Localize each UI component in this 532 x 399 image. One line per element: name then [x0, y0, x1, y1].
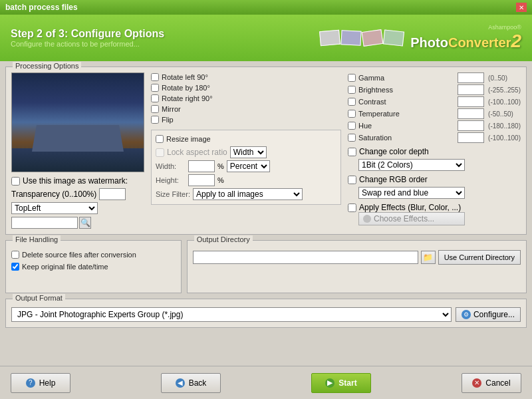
search-button[interactable]: 🔍	[79, 217, 91, 229]
format-select[interactable]: JPG - Joint Photographic Experts Group (…	[11, 307, 452, 322]
effects-btn-row: Choose Effects...	[358, 212, 521, 225]
footer: ? Help ◀ Back ▶ Start ✕ Cancel	[0, 366, 532, 399]
saturation-input[interactable]: 0	[458, 132, 484, 143]
position-select[interactable]: TopLeft	[11, 202, 98, 214]
hue-check-row: Hue	[348, 121, 454, 130]
browse-directory-button[interactable]: 📁	[421, 251, 436, 264]
title-bar: batch process files ✕	[0, 0, 532, 15]
width-dimension-select[interactable]: Width	[230, 146, 267, 158]
brightness-check-row: Brightness	[348, 85, 454, 94]
brightness-input[interactable]: 0	[458, 84, 484, 95]
rotate-180-checkbox[interactable]	[151, 84, 159, 92]
brand-block: Ashampoo® Photo Converter 2	[410, 24, 521, 52]
resize-checkbox[interactable]	[156, 135, 164, 143]
use-current-directory-button[interactable]: Use Current Directory	[438, 250, 521, 265]
hue-input[interactable]: 0	[458, 120, 484, 131]
logo-photos	[320, 31, 404, 45]
hue-checkbox[interactable]	[348, 122, 356, 130]
height-label: Height:	[156, 176, 186, 184]
lock-aspect-checkbox[interactable]	[156, 148, 164, 157]
saturation-label: Saturation	[358, 134, 392, 142]
percent-select[interactable]: Percent	[227, 160, 270, 172]
back-label: Back	[189, 378, 207, 388]
contrast-input[interactable]: 0	[458, 96, 484, 107]
transparency-row: Transparency (0..100%) 100	[11, 188, 144, 200]
configure-button[interactable]: ⚙ Configure...	[456, 307, 521, 322]
saturation-checkbox[interactable]	[348, 134, 356, 142]
preview-image	[11, 72, 144, 172]
transparency-label: Transparency (0..100%)	[11, 190, 96, 199]
options-right: Gamma 10 (0..50) Brightness 0 (-255..255…	[348, 72, 521, 229]
file-path-input[interactable]	[11, 217, 78, 229]
step-subtitle: Configure the actions to be performed...	[11, 40, 164, 48]
output-directory-panel: Output Directory C:\Users\mka\Documents …	[187, 240, 527, 293]
lock-aspect-row: Lock aspect ratio Width	[156, 146, 336, 158]
saturation-range: (-100..100)	[488, 134, 521, 142]
start-button[interactable]: ▶ Start	[311, 373, 371, 393]
choose-effects-button[interactable]: Choose Effects...	[358, 212, 465, 225]
resize-label: Resize image	[166, 135, 211, 143]
start-icon: ▶	[325, 378, 334, 388]
configure-icon: ⚙	[462, 310, 471, 319]
help-button[interactable]: ? Help	[11, 373, 70, 393]
rotate-180-row: Rotate by 180°	[151, 83, 341, 92]
start-label: Start	[338, 378, 356, 388]
flip-label: Flip	[162, 116, 174, 124]
width-pct: %	[217, 162, 224, 170]
effects-circle-icon	[363, 215, 371, 223]
proc-inner: Use this image as watermark: Transparenc…	[11, 72, 521, 229]
preview-bridge	[32, 125, 124, 152]
gamma-range: (0..50)	[488, 74, 521, 82]
rgb-order-select[interactable]: Swap red and blue	[358, 187, 465, 199]
size-filter-select[interactable]: Apply to all images	[193, 188, 303, 200]
transparency-input[interactable]: 100	[99, 188, 126, 200]
width-input[interactable]: 100	[188, 160, 215, 172]
cancel-button[interactable]: ✕ Cancel	[462, 373, 521, 393]
mirror-checkbox[interactable]	[151, 105, 159, 113]
color-depth-checkbox[interactable]	[348, 148, 356, 156]
temperature-checkbox[interactable]	[348, 110, 356, 118]
contrast-range: (-100..100)	[488, 98, 521, 106]
height-input[interactable]: 100	[188, 174, 215, 186]
preview-area: Use this image as watermark: Transparenc…	[11, 72, 144, 229]
rgb-order-checkbox[interactable]	[348, 176, 356, 184]
gamma-check-row: Gamma	[348, 73, 454, 82]
rgb-select-row: Swap red and blue	[358, 187, 521, 199]
bottom-panels: File Handling Delete source files after …	[5, 240, 527, 293]
rotate-right-checkbox[interactable]	[151, 94, 159, 102]
color-depth-select[interactable]: 1Bit (2 Colors)	[358, 159, 465, 171]
main-content: Processing Options Use this image as wat…	[0, 61, 532, 366]
temperature-range: (-50..50)	[488, 110, 521, 118]
resize-header: Resize image	[156, 134, 336, 144]
rotate-left-label: Rotate left 90°	[162, 73, 208, 81]
gamma-checkbox[interactable]	[348, 74, 356, 82]
temperature-check-row: Temperature	[348, 109, 454, 118]
back-button[interactable]: ◀ Back	[161, 373, 221, 393]
keep-date-checkbox[interactable]	[11, 263, 19, 271]
rotate-left-checkbox[interactable]	[151, 73, 159, 81]
gamma-input[interactable]: 10	[458, 72, 484, 83]
delete-source-row: Delete source files after conversion	[11, 250, 176, 259]
contrast-checkbox[interactable]	[348, 98, 356, 106]
mirror-label: Mirror	[162, 105, 181, 113]
keep-date-row: Keep original file date/time	[11, 262, 176, 271]
rotate-options: Rotate left 90° Rotate by 180° Rotate ri…	[151, 72, 341, 124]
back-icon: ◀	[176, 378, 185, 388]
close-button[interactable]: ✕	[516, 3, 527, 12]
logo-area: Ashampoo® Photo Converter 2	[320, 24, 521, 52]
watermark-row: Use this image as watermark:	[11, 176, 144, 186]
height-row: Height: 100 %	[156, 174, 336, 186]
brightness-checkbox[interactable]	[348, 86, 356, 94]
hue-range: (-180..180)	[488, 122, 521, 130]
width-label: Width:	[156, 162, 186, 170]
format-row: JPG - Joint Photographic Experts Group (…	[11, 307, 521, 322]
watermark-checkbox[interactable]	[11, 177, 20, 186]
app-title: batch process files	[5, 3, 78, 12]
effects-checkbox[interactable]	[348, 203, 356, 212]
flip-checkbox[interactable]	[151, 116, 159, 124]
delete-source-checkbox[interactable]	[11, 251, 19, 259]
temperature-input[interactable]: 0	[458, 108, 484, 119]
directory-path-input[interactable]: C:\Users\mka\Documents	[193, 251, 418, 264]
photo-thumb-3	[362, 29, 384, 47]
photo-thumb-4	[383, 29, 404, 46]
